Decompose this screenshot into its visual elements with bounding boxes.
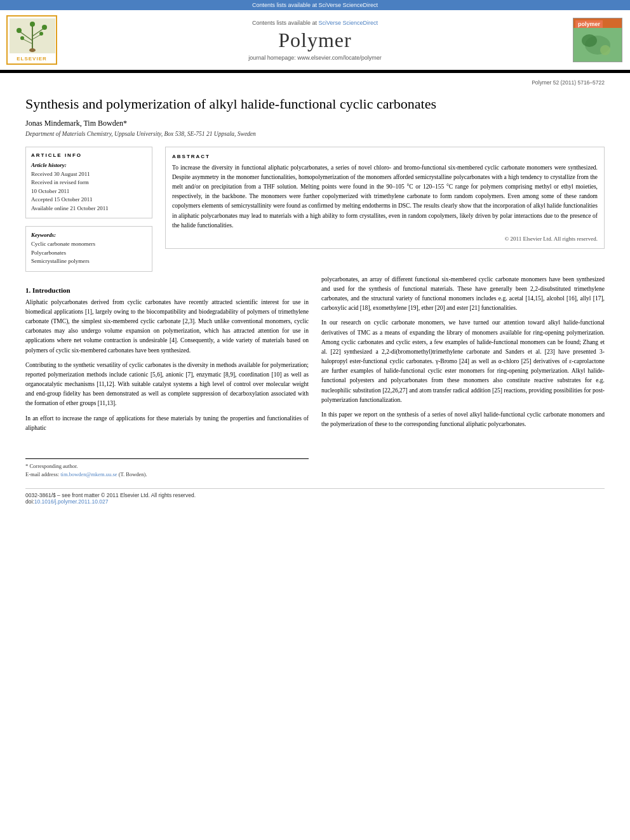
abstract-heading: ABSTRACT <box>172 154 598 159</box>
keywords-box: Keywords: Cyclic carbonate monomers Poly… <box>25 226 152 272</box>
svg-point-10 <box>30 22 35 27</box>
page-footer: 0032-3861/$ – see front matter © 2011 El… <box>25 488 605 505</box>
svg-point-6 <box>17 28 22 33</box>
author-names: Jonas Mindemark, Tim Bowden* <box>25 119 127 128</box>
svg-point-11 <box>29 48 36 52</box>
affiliation: Department of Materials Chemistry, Uppsa… <box>25 131 605 137</box>
keyword-2: Polycarbonates <box>31 249 147 258</box>
svg-point-9 <box>39 32 43 36</box>
elsevier-label: ELSEVIER <box>10 56 54 62</box>
polymer-cover-label: polymer <box>575 20 603 28</box>
footnotes: * Corresponding author. E-mail address: … <box>25 462 309 479</box>
section1-title-text: Introduction <box>32 286 70 294</box>
received-revised-date: 10 October 2011 <box>31 187 147 196</box>
authors-line: Jonas Mindemark, Tim Bowden* <box>25 119 605 128</box>
section1-title: 1. Introduction <box>25 286 309 294</box>
journal-homepage: journal homepage: www.elsevier.com/locat… <box>64 55 566 61</box>
email-note: E-mail address: tim.bowden@mkem.uu.se (T… <box>25 470 309 479</box>
article-history-heading: Article history: <box>31 162 147 168</box>
sciverse-center-link[interactable]: SciVerse ScienceDirect <box>319 20 379 26</box>
body-paragraph-5: In our research on cyclic carbonate mono… <box>321 318 605 405</box>
article-info-heading: ARTICLE INFO <box>31 152 147 158</box>
received-date: Received 30 August 2011 <box>31 170 147 179</box>
svg-point-8 <box>20 36 24 40</box>
accepted-date: Accepted 15 October 2011 <box>31 196 147 204</box>
svg-point-7 <box>42 25 47 30</box>
right-column: ABSTRACT To increase the diversity in fu… <box>165 147 605 272</box>
section1-number: 1. <box>25 286 30 294</box>
svg-point-17 <box>600 45 610 55</box>
body-right-col: polycarbonates, an array of different fu… <box>321 275 605 479</box>
abstract-copyright: © 2011 Elsevier Ltd. All rights reserved… <box>172 236 598 242</box>
abstract-box: ABSTRACT To increase the diversity in fu… <box>165 147 605 249</box>
sciverse-text: Contents lists available at <box>252 2 319 8</box>
email-label: E-mail address: <box>25 471 59 477</box>
doi-link[interactable]: 10.1016/j.polymer.2011.10.027 <box>34 498 109 505</box>
keyword-1: Cyclic carbonate monomers <box>31 240 147 249</box>
elsevier-logo-container: ELSEVIER <box>6 15 57 65</box>
polymer-logo-container: polymer polymer <box>573 18 624 62</box>
body-paragraph-2: Contributing to the synthetic versatilit… <box>25 361 309 409</box>
polymer-cover-image: polymer polymer <box>573 18 622 62</box>
article-info-box: ARTICLE INFO Article history: Received 3… <box>25 147 152 219</box>
received-revised-label: Received in revised form <box>31 178 147 187</box>
body-paragraph-4: polycarbonates, an array of different fu… <box>321 275 605 314</box>
sciverse-line: Contents lists available at SciVerse Sci… <box>64 20 566 26</box>
journal-center: Contents lists available at SciVerse Sci… <box>64 20 566 61</box>
footnote-separator <box>25 458 309 459</box>
article-info-abstract-section: ARTICLE INFO Article history: Received 3… <box>25 147 605 272</box>
elsevier-box: ELSEVIER <box>6 15 57 65</box>
keywords-heading: Keywords: <box>31 232 147 238</box>
article-title: Synthesis and polymerization of alkyl ha… <box>25 95 605 114</box>
main-content: Polymer 52 (2011) 5716–5722 Synthesis an… <box>0 73 630 517</box>
svg-point-16 <box>582 34 597 47</box>
sciverse-link[interactable]: SciVerse ScienceDirect <box>319 2 379 8</box>
journal-header: ELSEVIER Contents lists available at Sci… <box>0 10 630 71</box>
email-link[interactable]: tim.bowden@mkem.uu.se <box>60 471 117 477</box>
body-paragraph-1: Aliphatic polycarbonates derived from cy… <box>25 298 309 356</box>
body-paragraph-3: In an effort to increase the range of ap… <box>25 414 309 433</box>
doi-line: doi:10.1016/j.polymer.2011.10.027 <box>25 498 605 505</box>
available-online-date: Available online 21 October 2011 <box>31 204 147 213</box>
article-reference: Polymer 52 (2011) 5716–5722 <box>25 79 605 86</box>
body-section: 1. Introduction Aliphatic polycarbonates… <box>25 275 605 479</box>
top-bar: Contents lists available at SciVerse Sci… <box>0 0 630 10</box>
body-left-col: 1. Introduction Aliphatic polycarbonates… <box>25 275 309 479</box>
left-column: ARTICLE INFO Article history: Received 3… <box>25 147 152 272</box>
body-paragraph-6: In this paper we report on the synthesis… <box>321 410 605 429</box>
corresponding-author-note: * Corresponding author. <box>25 462 309 470</box>
issn-line: 0032-3861/$ – see front matter © 2011 El… <box>25 492 605 498</box>
journal-name: Polymer <box>64 29 566 52</box>
keyword-3: Semicrystalline polymers <box>31 257 147 266</box>
elsevier-tree-icon <box>10 18 55 53</box>
email-person: (T. Bowden). <box>119 471 147 477</box>
abstract-text: To increase the diversity in functional … <box>172 163 598 230</box>
